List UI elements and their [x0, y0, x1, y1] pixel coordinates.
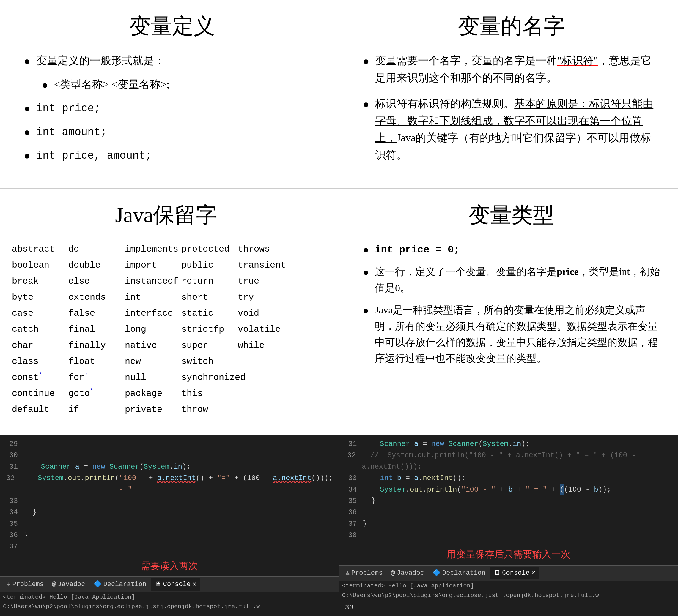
- code-line-r33: 33 int b = a . nextInt ();: [345, 473, 672, 484]
- terminated-left: <terminated> Hello [Java Application] C:…: [0, 592, 339, 612]
- code-line-r37: 37 }: [345, 518, 672, 530]
- code-line-37: 37: [6, 541, 333, 552]
- list-item: 这一行，定义了一个变量。变量的名字是price，类型是int，初始值是0。: [363, 264, 661, 296]
- close-icon[interactable]: ✕: [531, 568, 535, 578]
- code-line-32: 32 System . out . println ( "100 - " + a…: [6, 473, 333, 495]
- tab-problems-left[interactable]: ⚠ Problems: [3, 578, 47, 591]
- tab-problems-right[interactable]: ⚠ Problems: [342, 567, 386, 579]
- code-line-31: 31 Scanner a = new Scanner ( System . in…: [6, 461, 333, 473]
- console-icon: 🖥: [494, 568, 500, 578]
- list-item-text: 变量定义的一般形式就是：: [36, 52, 165, 70]
- reserved-col-3: implementsimportinstanceofintinterfacelo…: [125, 241, 181, 418]
- javadoc-icon: @: [52, 579, 56, 589]
- tab-label: Console: [502, 568, 529, 578]
- ide-code-left: 29 30 31 Scanner a = new Scanner ( Syste…: [0, 436, 339, 556]
- list-item-text: Java是一种强类型语言，所有的变量在使用之前必须定义或声明，所有的变量必须具有…: [375, 302, 660, 367]
- tab-label: Javadoc: [58, 579, 85, 589]
- output-line-r1: 33: [345, 602, 672, 613]
- list-item: Java是一种强类型语言，所有的变量在使用之前必须定义或声明，所有的变量必须具有…: [363, 302, 661, 367]
- tab-label: Console: [163, 579, 191, 589]
- output-line-r2: 100 - 33 = 67: [345, 613, 672, 616]
- list-item-text: 这一行，定义了一个变量。变量的名字是price，类型是int，初始值是0。: [375, 264, 660, 296]
- ide-tabs-left: ⚠ Problems @ Javadoc 🔷 Declaration 🖥 Con…: [0, 576, 339, 592]
- tab-label: Problems: [351, 568, 383, 578]
- output-line-1: 33: [6, 613, 333, 616]
- tab-console-right[interactable]: 🖥 Console ✕: [490, 567, 539, 579]
- code-line-33: 33: [6, 495, 333, 507]
- tab-declaration-right[interactable]: 🔷 Declaration: [429, 567, 489, 579]
- tab-label: Declaration: [442, 568, 485, 578]
- declaration-icon: 🔷: [93, 579, 102, 589]
- panel-var-type: 变量类型 int price = 0; 这一行，定义了一个变量。变量的名字是pr…: [339, 189, 678, 436]
- panel-var-name: 变量的名字 变量需要一个名字，变量的名字是一种"标识符"，意思是它是用来识别这个…: [339, 0, 678, 189]
- var-def-title: 变量定义: [24, 12, 321, 40]
- list-item-text: int amount;: [36, 123, 107, 141]
- code-line-r31: 31 Scanner a = new Scanner ( System . in…: [345, 438, 672, 450]
- list-item: <类型名称> <变量名称>;: [42, 76, 321, 94]
- reserved-table: abstractbooleanbreakbytecasecatchcharcla…: [12, 241, 321, 418]
- reserved-title: Java保留字: [12, 201, 321, 229]
- javadoc-icon: @: [391, 568, 395, 578]
- tab-javadoc-right[interactable]: @ Javadoc: [387, 567, 428, 579]
- reserved-col-5: throwstransienttruetryvoidvolatilewhile: [238, 241, 294, 418]
- list-item-text: 变量需要一个名字，变量的名字是一种"标识符"，意思是它是用来识别这个和那个的不同…: [375, 52, 660, 86]
- list-item: int amount;: [24, 123, 321, 141]
- ide-section: 29 30 31 Scanner a = new Scanner ( Syste…: [0, 436, 678, 616]
- reserved-col-1: abstractbooleanbreakbytecasecatchcharcla…: [12, 241, 68, 418]
- list-item-text: int price, amount;: [36, 147, 152, 165]
- list-item: 变量需要一个名字，变量的名字是一种"标识符"，意思是它是用来识别这个和那个的不同…: [363, 52, 661, 86]
- var-name-title: 变量的名字: [363, 12, 661, 40]
- right-annotation: 用变量保存后只需要输入一次: [339, 544, 678, 565]
- code-line-35: 35: [6, 518, 333, 530]
- close-icon[interactable]: ✕: [192, 579, 196, 589]
- tab-label: Javadoc: [397, 568, 424, 578]
- tab-declaration-left[interactable]: 🔷 Declaration: [90, 578, 150, 591]
- output-left: 33 100 - 33=67: [0, 612, 339, 616]
- var-def-list: 变量定义的一般形式就是： <类型名称> <变量名称>; int price; i…: [24, 52, 321, 165]
- console-icon: 🖥: [155, 579, 161, 589]
- list-item: int price;: [24, 99, 321, 117]
- list-item: 标识符有标识符的构造规则。基本的原则是：标识符只能由字母、数字和下划线组成，数字…: [363, 95, 661, 164]
- code-line-34: 34 }: [6, 507, 333, 518]
- code-line-r38: 38: [345, 530, 672, 541]
- output-right: 33 100 - 33 = 67: [339, 601, 678, 616]
- tab-console-left[interactable]: 🖥 Console ✕: [151, 578, 200, 591]
- reserved-col-4: protectedpublicreturnshortstaticstrictfp…: [181, 241, 238, 418]
- list-item-text: int price;: [36, 99, 101, 117]
- ide-tabs-right: ⚠ Problems @ Javadoc 🔷 Declaration 🖥 Con…: [339, 565, 678, 581]
- list-item-text: <类型名称> <变量名称>;: [54, 76, 170, 93]
- var-name-list: 变量需要一个名字，变量的名字是一种"标识符"，意思是它是用来识别这个和那个的不同…: [363, 52, 661, 164]
- list-item-text: int price = 0;: [375, 241, 460, 258]
- ide-panel-left: 29 30 31 Scanner a = new Scanner ( Syste…: [0, 436, 339, 616]
- ide-panel-right: 31 Scanner a = new Scanner ( System . in…: [339, 436, 678, 616]
- code-line-r35: 35 }: [345, 495, 672, 507]
- problems-icon: ⚠: [6, 579, 10, 589]
- reserved-col-2: dodoubleelseextendsfalsefinalfinallyfloa…: [68, 241, 125, 418]
- code-line-29: 29: [6, 438, 333, 450]
- problems-icon: ⚠: [346, 568, 349, 578]
- main-grid: 变量定义 变量定义的一般形式就是： <类型名称> <变量名称>; int pri…: [0, 0, 678, 436]
- list-item-text: 标识符有标识符的构造规则。基本的原则是：标识符只能由字母、数字和下划线组成，数字…: [375, 95, 660, 164]
- declaration-icon: 🔷: [432, 568, 441, 578]
- tab-label: Problems: [12, 579, 44, 589]
- list-item: 变量定义的一般形式就是：: [24, 52, 321, 70]
- panel-var-def: 变量定义 变量定义的一般形式就是： <类型名称> <变量名称>; int pri…: [0, 0, 339, 189]
- list-item: int price, amount;: [24, 147, 321, 165]
- terminated-right: <terminated> Hello [Java Application] C:…: [339, 581, 678, 601]
- var-type-title: 变量类型: [363, 201, 661, 229]
- tab-javadoc-left[interactable]: @ Javadoc: [48, 578, 89, 591]
- code-line-r34: 34 System . out . println ( "100 - " + b…: [345, 484, 672, 495]
- code-line-r32: 32 // System.out.println("100 - " + a.ne…: [345, 450, 672, 473]
- code-line-r36: 36: [345, 507, 672, 518]
- tab-label: Declaration: [104, 579, 147, 589]
- code-line-30: 30: [6, 450, 333, 461]
- panel-reserved: Java保留字 abstractbooleanbreakbytecasecatc…: [0, 189, 339, 436]
- left-annotation: 需要读入两次: [0, 556, 339, 576]
- list-item: int price = 0;: [363, 241, 661, 258]
- ide-code-right: 31 Scanner a = new Scanner ( System . in…: [339, 436, 678, 544]
- var-type-list: int price = 0; 这一行，定义了一个变量。变量的名字是price，类…: [363, 241, 661, 367]
- code-line-36: 36 }: [6, 530, 333, 541]
